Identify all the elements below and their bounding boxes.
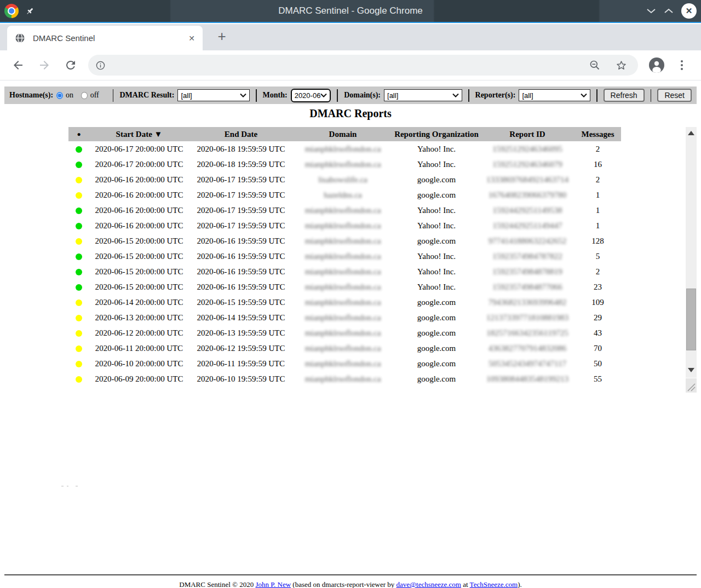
close-window-button[interactable]: ✕	[681, 3, 697, 19]
month-select[interactable]: 2020-06	[291, 89, 331, 102]
reporters-select[interactable]: [all]	[519, 89, 590, 101]
bookmark-star-icon[interactable]	[616, 60, 627, 71]
table-row[interactable]: 2020-06-16 20:00:00 UTC 2020-06-17 19:59…	[68, 172, 621, 187]
start-date-cell: 2020-06-12 20:00:00 UTC	[89, 325, 189, 341]
status-dot	[76, 345, 82, 352]
table-row[interactable]: 2020-06-15 20:00:00 UTC 2020-06-16 19:59…	[68, 264, 621, 279]
scroll-down-arrow-icon[interactable]	[688, 368, 694, 372]
author-link[interactable]: John P. New	[255, 580, 291, 588]
table-row[interactable]: 2020-06-11 20:00:00 UTC 2020-06-12 19:59…	[68, 341, 621, 356]
report-id-cell: 13338697684921463714	[480, 172, 574, 187]
header-messages[interactable]: Messages	[574, 127, 621, 141]
table-row[interactable]: 2020-06-10 20:00:00 UTC 2020-06-11 19:59…	[68, 356, 621, 371]
domain-cell: mianphklrsoflondon.ca	[293, 371, 393, 387]
reporters-label: Reporter(s):	[475, 91, 516, 100]
header-end-date[interactable]: End Date	[189, 127, 293, 141]
forward-button[interactable]	[36, 57, 53, 73]
start-date-cell: 2020-06-10 20:00:00 UTC	[89, 356, 189, 371]
dmarc-result-select[interactable]: [all]	[177, 89, 249, 101]
domains-select[interactable]: [all]	[384, 89, 462, 101]
table-row[interactable]: 2020-06-16 20:00:00 UTC 2020-06-17 19:59…	[68, 203, 621, 218]
messages-cell: 70	[574, 341, 621, 356]
end-date-cell: 2020-06-11 19:59:59 UTC	[189, 356, 293, 371]
hostname-on-radio[interactable]	[56, 92, 63, 99]
footer-text: at	[461, 580, 470, 588]
domain-cell: mianphklrsoflondon.ca	[293, 310, 393, 325]
domain-cell: mianphklrsoflondon.ca	[293, 233, 393, 249]
email-link[interactable]: dave@techsneeze.com	[397, 580, 461, 588]
reload-button[interactable]	[62, 57, 79, 73]
minimize-button[interactable]	[646, 8, 656, 14]
status-dot	[76, 330, 82, 337]
end-date-cell: 2020-06-15 19:59:59 UTC	[189, 295, 293, 310]
status-cell	[68, 264, 89, 279]
start-date-cell: 2020-06-16 20:00:00 UTC	[89, 203, 189, 218]
report-id-cell: 4363827707914832086	[480, 341, 574, 356]
end-date-cell: 2020-06-17 19:59:59 UTC	[189, 172, 293, 187]
start-date-cell: 2020-06-15 20:00:00 UTC	[89, 279, 189, 295]
table-row[interactable]: 2020-06-12 20:00:00 UTC 2020-06-13 19:59…	[68, 325, 621, 341]
status-dot	[76, 253, 82, 260]
report-id-cell: 15925129246346079	[480, 157, 574, 172]
reporting-organization-cell: google.com	[393, 233, 480, 249]
header-domain[interactable]: Domain	[293, 127, 393, 141]
header-reporting-organization[interactable]: Reporting Organization	[393, 127, 480, 141]
resize-grip[interactable]	[686, 378, 697, 393]
start-date-cell: 2020-06-15 20:00:00 UTC	[89, 264, 189, 279]
messages-cell: 1	[574, 187, 621, 203]
hostname-off-radio[interactable]	[81, 92, 88, 99]
status-cell	[68, 341, 89, 356]
start-date-cell: 2020-06-09 20:00:00 UTC	[89, 371, 189, 387]
table-row[interactable]: 2020-06-16 20:00:00 UTC 2020-06-17 19:59…	[68, 218, 621, 233]
messages-cell: 16	[574, 157, 621, 172]
tab-dmarc-sentinel[interactable]: DMARC Sentinel ✕	[7, 26, 203, 50]
status-dot	[76, 146, 82, 153]
refresh-button[interactable]: Refresh	[604, 89, 645, 102]
scrollbar-track[interactable]	[686, 127, 697, 378]
report-id-cell: 15924429251149447	[480, 218, 574, 233]
end-date-cell: 2020-06-17 19:59:59 UTC	[189, 218, 293, 233]
end-date-cell: 2020-06-18 19:59:59 UTC	[189, 157, 293, 172]
site-link[interactable]: TechSneeze.com	[470, 580, 518, 588]
report-id-cell: 1676408239066379780	[480, 187, 574, 203]
header-status[interactable]: ●	[68, 127, 89, 141]
zoom-indicator-icon[interactable]	[589, 60, 600, 71]
end-date-cell: 2020-06-17 19:59:59 UTC	[189, 187, 293, 203]
messages-cell: 2	[574, 264, 621, 279]
messages-cell: 50	[574, 356, 621, 371]
table-row[interactable]: 2020-06-09 20:00:00 UTC 2020-06-10 19:59…	[68, 371, 621, 387]
back-button[interactable]	[10, 57, 26, 73]
status-cell	[68, 279, 89, 295]
maximize-button[interactable]	[664, 8, 674, 14]
table-row[interactable]: 2020-06-15 20:00:00 UTC 2020-06-16 19:59…	[68, 249, 621, 264]
end-date-cell: 2020-06-17 19:59:59 UTC	[189, 203, 293, 218]
domain-cell: mianphklrsoflondon.ca	[293, 279, 393, 295]
tab-close-icon[interactable]: ✕	[188, 34, 195, 43]
table-row[interactable]: 2020-06-15 20:00:00 UTC 2020-06-16 19:59…	[68, 233, 621, 249]
page-content: Hostname(s): on off DMARC Result: [all] …	[0, 81, 701, 588]
page-info-icon[interactable]	[96, 61, 105, 70]
status-cell	[68, 233, 89, 249]
scrollbar-thumb[interactable]	[686, 289, 696, 350]
address-bar[interactable]	[88, 55, 638, 76]
table-row[interactable]: 2020-06-14 20:00:00 UTC 2020-06-15 19:59…	[68, 295, 621, 310]
table-row[interactable]: 2020-06-17 20:00:00 UTC 2020-06-18 19:59…	[68, 157, 621, 172]
messages-cell: 2	[574, 172, 621, 187]
menu-icon[interactable]	[675, 59, 688, 72]
status-cell	[68, 203, 89, 218]
profile-avatar[interactable]	[649, 57, 664, 73]
header-start-date[interactable]: Start Date ▼	[89, 127, 189, 141]
table-row[interactable]: 2020-06-16 20:00:00 UTC 2020-06-17 19:59…	[68, 187, 621, 203]
scroll-up-arrow-icon[interactable]	[688, 131, 694, 135]
reporting-organization-cell: google.com	[393, 310, 480, 325]
filter-separator	[256, 89, 257, 102]
new-tab-button[interactable]: +	[214, 28, 230, 45]
table-row[interactable]: 2020-06-13 20:00:00 UTC 2020-06-14 19:59…	[68, 310, 621, 325]
header-report-id[interactable]: Report ID	[480, 127, 574, 141]
status-cell	[68, 371, 89, 387]
table-row[interactable]: 2020-06-15 20:00:00 UTC 2020-06-16 19:59…	[68, 279, 621, 295]
status-cell	[68, 187, 89, 203]
table-row[interactable]: 2020-06-17 20:00:00 UTC 2020-06-18 19:59…	[68, 141, 621, 157]
hostname-on-label: on	[66, 91, 73, 100]
reset-button[interactable]: Reset	[657, 89, 692, 102]
